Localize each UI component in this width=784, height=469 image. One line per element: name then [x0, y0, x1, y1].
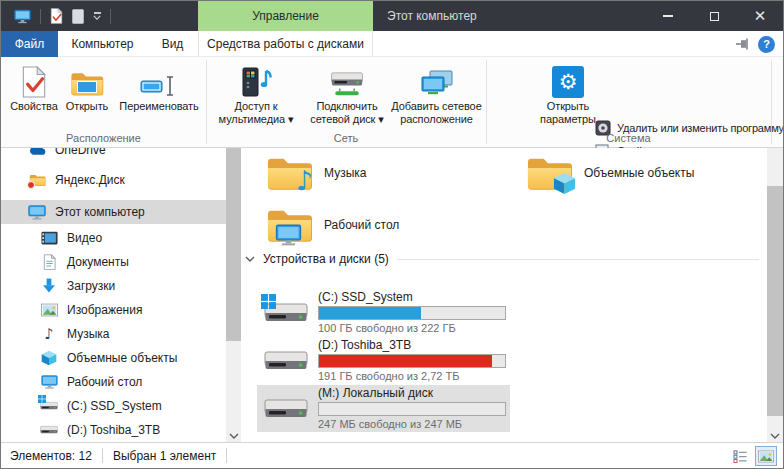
- status-divider: [226, 448, 227, 463]
- thumbnail-view-button[interactable]: [755, 446, 777, 466]
- sidebar-item-label: Музыка: [67, 327, 109, 341]
- map-network-drive-button[interactable]: Подключить сетевой диск ▾: [301, 61, 393, 126]
- sidebar-item-desktop[interactable]: Рабочий стол: [1, 370, 226, 394]
- tab-view[interactable]: Вид: [147, 31, 198, 57]
- contextual-tab-header[interactable]: Управление: [198, 1, 373, 31]
- desktop-icon: [40, 373, 58, 391]
- qat-new-folder-button[interactable]: [72, 9, 84, 24]
- properties-button[interactable]: Свойства: [7, 61, 61, 113]
- sidebar-item-onedrive[interactable]: OneDrive: [1, 148, 226, 162]
- properties-check-icon: [50, 8, 63, 24]
- tab-computer[interactable]: Компьютер: [58, 31, 147, 57]
- sidebar-item-pictures[interactable]: Изображения: [1, 298, 226, 322]
- rename-button[interactable]: Переименовать: [113, 61, 205, 113]
- minimize-button[interactable]: [645, 1, 691, 31]
- drive-tile-d[interactable]: (D:) Toshiba_3TB 191 ГБ свободно из 2,72…: [257, 337, 510, 384]
- open-button[interactable]: Открыть: [61, 61, 113, 113]
- qat-properties-button[interactable]: [50, 8, 63, 24]
- folder-tile-music[interactable]: ♪ Музыка: [266, 149, 366, 197]
- qat-separator: [40, 9, 41, 24]
- sidebar-item-this-pc[interactable]: Этот компьютер: [1, 200, 226, 224]
- sidebar-item-label: Рабочий стол: [67, 375, 142, 389]
- status-bar: Элементов: 12 Выбран 1 элемент: [1, 442, 783, 468]
- close-icon: ✕: [754, 9, 767, 24]
- rename-label: Переименовать: [119, 100, 198, 113]
- drive-tile-m[interactable]: (M:) Локальный диск 247 МБ свободно из 2…: [257, 385, 510, 432]
- media-access-button[interactable]: Доступ к мультимедиа ▾: [213, 61, 299, 126]
- open-settings-button[interactable]: ⚙ Открыть параметры: [537, 61, 599, 126]
- drive-name: (C:) SSD_System: [318, 290, 506, 304]
- drive-free-space: 191 ГБ свободно из 2,72 ТБ: [318, 370, 506, 383]
- title-bar: Управление Этот компьютер ✕: [1, 1, 783, 31]
- media-access-label-1: Доступ к: [235, 100, 278, 113]
- sidebar-item-downloads[interactable]: Загрузки: [1, 274, 226, 298]
- details-view-button[interactable]: [729, 446, 751, 466]
- sidebar-item-label: Объемные объекты: [67, 351, 177, 365]
- network-monitors-icon: [420, 61, 454, 98]
- rename-icon: [139, 61, 179, 98]
- sidebar-item-video[interactable]: Видео: [1, 226, 226, 250]
- main-scrollbar-thumb[interactable]: [767, 186, 783, 416]
- document-icon: [72, 9, 84, 24]
- sidebar-item-label: (D:) Toshiba_3TB: [67, 423, 160, 437]
- sidebar-item-drive-c[interactable]: (C:) SSD_System: [1, 394, 226, 418]
- scroll-down-arrow[interactable]: [226, 433, 241, 439]
- folder-label: Рабочий стол: [324, 218, 399, 232]
- sidebar-scrollbar[interactable]: [226, 148, 241, 442]
- video-icon: [40, 229, 58, 247]
- section-rule: [397, 259, 759, 260]
- folder-label: Музыка: [324, 166, 366, 180]
- maximize-button[interactable]: [691, 1, 737, 31]
- this-pc-icon: [28, 203, 46, 221]
- qat-computer-button[interactable]: [14, 9, 31, 24]
- music-note-icon: ♪: [40, 325, 58, 343]
- selection-count: Выбран 1 элемент: [113, 449, 216, 463]
- drive-free-space: 247 МБ свободно из 247 МБ: [318, 418, 506, 431]
- documents-icon: [40, 253, 58, 271]
- desktop-folder-icon: [266, 205, 313, 245]
- scroll-down-arrow[interactable]: [767, 433, 783, 439]
- tab-disk-tools[interactable]: Средства работы с дисками: [198, 31, 373, 57]
- view-toggle-buttons: [729, 443, 777, 469]
- chevron-down-icon: [93, 15, 101, 20]
- qat-customize-button[interactable]: [93, 12, 101, 20]
- group-label-system: Система: [486, 132, 771, 144]
- open-settings-label-1: Открыть: [547, 100, 590, 113]
- add-network-location-button[interactable]: Добавить сетевое расположение: [389, 61, 484, 126]
- sidebar-item-drive-d[interactable]: (D:) Toshiba_3TB: [1, 418, 226, 442]
- file-list-pane: ♪ Музыка Объемные объекты Рабочий стол У…: [241, 148, 767, 442]
- main-scrollbar[interactable]: [767, 148, 783, 442]
- section-title: Устройства и диски (5): [263, 252, 389, 266]
- help-button[interactable]: ?: [758, 36, 775, 53]
- open-label: Открыть: [66, 100, 109, 113]
- ribbon-tab-row: Файл Компьютер Вид Средства работы с дис…: [1, 31, 783, 57]
- pin-ribbon-button[interactable]: [735, 37, 749, 51]
- folder-tile-desktop[interactable]: Рабочий стол: [266, 201, 399, 249]
- sidebar-item-documents[interactable]: Документы: [1, 250, 226, 274]
- sidebar-item-label: Загрузки: [67, 279, 115, 293]
- pictures-icon: [40, 301, 58, 319]
- settings-gear-icon: ⚙: [552, 66, 584, 98]
- sidebar-item-yandex-disk[interactable]: Яндекс.Диск: [1, 168, 226, 192]
- group-label-location: Расположение: [1, 132, 206, 144]
- sidebar-item-label: OneDrive: [55, 148, 106, 157]
- drive-tile-c[interactable]: (C:) SSD_System 100 ГБ свободно из 222 Г…: [257, 289, 510, 336]
- close-button[interactable]: ✕: [737, 1, 783, 31]
- add-location-label-1: Добавить сетевое: [391, 100, 481, 113]
- drive-name: (M:) Локальный диск: [318, 386, 506, 400]
- folder-tile-3d-objects[interactable]: Объемные объекты: [526, 149, 694, 197]
- sidebar-item-music[interactable]: ♪ Музыка: [1, 322, 226, 346]
- drive-d-icon: [40, 421, 58, 439]
- tab-file[interactable]: Файл: [1, 31, 58, 57]
- sidebar-item-3d-objects[interactable]: Объемные объекты: [1, 346, 226, 370]
- minimize-icon: [663, 15, 673, 17]
- maximize-icon: [710, 12, 719, 21]
- sidebar-scrollbar-thumb[interactable]: [226, 148, 241, 341]
- drive-m-icon: [263, 394, 309, 424]
- yandex-disk-icon: [28, 171, 46, 189]
- sidebar-item-label: Документы: [67, 255, 129, 269]
- chevron-down-icon: [770, 433, 780, 439]
- thumbnail-view-icon: [758, 450, 774, 463]
- devices-and-drives-section-header[interactable]: Устройства и диски (5): [245, 252, 759, 266]
- sidebar-item-label: Видео: [67, 231, 102, 245]
